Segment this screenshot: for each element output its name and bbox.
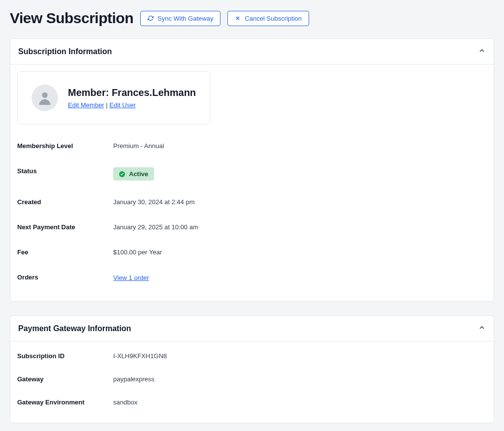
gateway-info-header[interactable]: Payment Gateway Information (10, 316, 494, 341)
member-name: Frances.Lehmann (112, 87, 196, 98)
check-circle-icon (119, 171, 125, 177)
fee-value: $100.00 per Year (113, 248, 162, 256)
gateway-value: paypalexpress (113, 375, 155, 383)
chevron-up-icon (478, 47, 486, 56)
status-label: Status (17, 167, 113, 181)
sync-gateway-button[interactable]: Sync With Gateway (140, 11, 220, 26)
sync-gateway-label: Sync With Gateway (158, 15, 213, 22)
member-card: Member: Frances.Lehmann Edit Member | Ed… (17, 71, 210, 124)
fee-label: Fee (17, 248, 113, 256)
member-prefix: Member: (68, 87, 112, 98)
created-label: Created (17, 198, 113, 206)
row-orders: Orders View 1 order (17, 265, 487, 290)
link-separator: | (104, 101, 110, 109)
member-line: Member: Frances.Lehmann (68, 87, 196, 98)
subscription-id-label: Subscription ID (17, 352, 113, 360)
page-title: View Subscription (10, 10, 133, 27)
row-fee: Fee $100.00 per Year (17, 240, 487, 265)
row-status: Status Active (17, 158, 487, 189)
row-created: Created January 30, 2024 at 2:44 pm (17, 189, 487, 215)
membership-level-label: Membership Level (17, 142, 113, 150)
cancel-subscription-button[interactable]: Cancel Subscription (227, 11, 309, 26)
gateway-label: Gateway (17, 375, 113, 383)
membership-level-value: Premium - Annual (113, 142, 164, 150)
avatar (32, 85, 58, 111)
row-gateway: Gateway paypalexpress (17, 368, 487, 391)
created-value: January 30, 2024 at 2:44 pm (113, 198, 195, 206)
edit-member-link[interactable]: Edit Member (68, 101, 104, 109)
subscription-info-title: Subscription Information (18, 47, 112, 56)
status-value: Active (129, 170, 148, 178)
next-payment-label: Next Payment Date (17, 223, 113, 231)
row-subscription-id: Subscription ID I-XLH9KFXH1GN8 (17, 344, 487, 368)
row-next-payment: Next Payment Date January 29, 2025 at 10… (17, 215, 487, 240)
svg-point-0 (42, 92, 47, 98)
close-icon (235, 15, 241, 21)
next-payment-value: January 29, 2025 at 10:00 am (113, 223, 198, 231)
subscription-id-value: I-XLH9KFXH1GN8 (113, 352, 167, 360)
gateway-info-panel: Payment Gateway Information Subscription… (10, 315, 494, 423)
view-orders-link[interactable]: View 1 order (113, 274, 149, 281)
subscription-info-header[interactable]: Subscription Information (10, 39, 494, 64)
subscription-info-panel: Subscription Information Member: Frances… (10, 38, 494, 302)
edit-user-link[interactable]: Edit User (109, 101, 135, 109)
gateway-env-value: sandbox (113, 399, 137, 406)
cancel-subscription-label: Cancel Subscription (245, 15, 302, 22)
row-gateway-env: Gateway Environment sandbox (17, 391, 487, 414)
status-badge: Active (113, 167, 154, 181)
chevron-up-icon (478, 324, 486, 333)
refresh-icon (148, 15, 154, 21)
row-membership-level: Membership Level Premium - Annual (17, 133, 487, 158)
gateway-info-title: Payment Gateway Information (18, 324, 131, 333)
orders-label: Orders (17, 274, 113, 281)
gateway-env-label: Gateway Environment (17, 399, 113, 406)
